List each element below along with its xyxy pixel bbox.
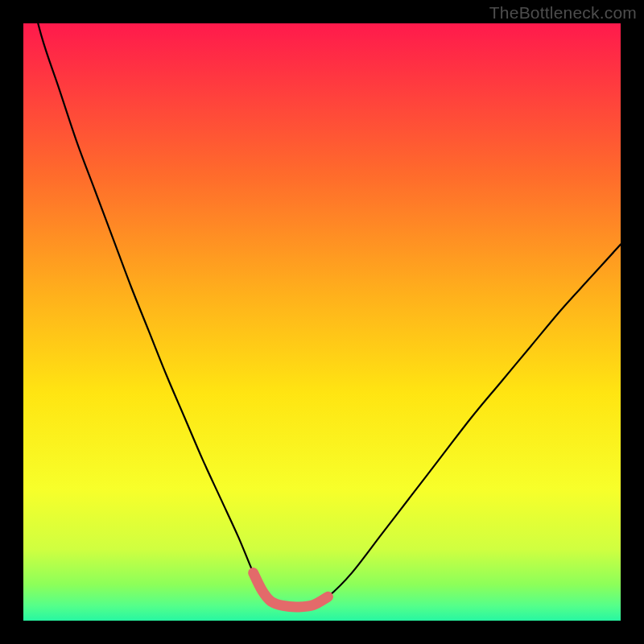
- plot-area: [23, 23, 621, 621]
- chart-frame: TheBottleneck.com: [0, 0, 644, 644]
- chart-svg: [23, 23, 621, 621]
- watermark-text: TheBottleneck.com: [489, 3, 637, 23]
- gradient-bg: [23, 23, 621, 621]
